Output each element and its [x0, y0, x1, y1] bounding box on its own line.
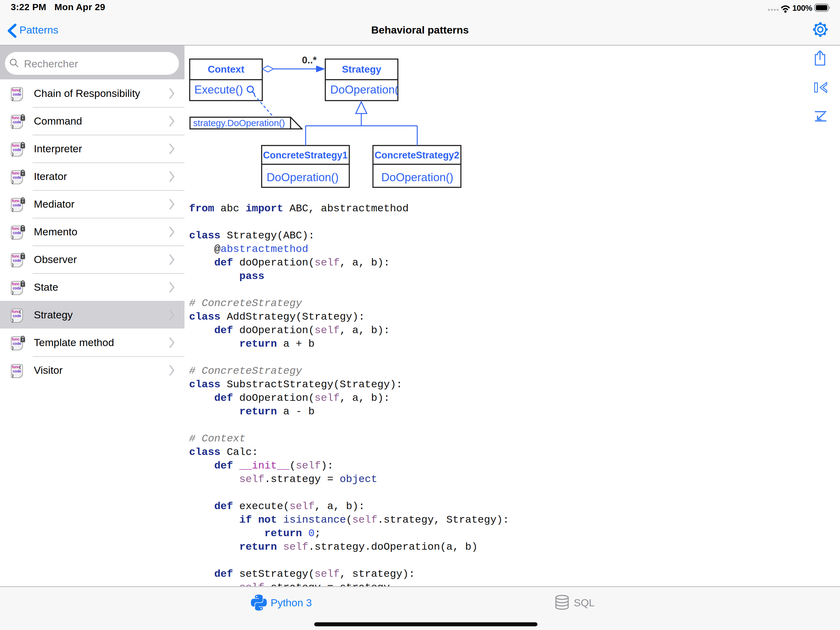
svg-text:}: } — [12, 179, 14, 184]
svg-text:}: } — [12, 318, 14, 322]
svg-text:DoOperation(: DoOperation( — [330, 83, 399, 96]
svg-text:func: func — [12, 226, 20, 231]
svg-text:DoOperation(): DoOperation() — [267, 171, 338, 184]
svg-text:}: } — [12, 96, 14, 101]
svg-text:func: func — [12, 143, 20, 148]
svg-text:}: } — [12, 290, 14, 295]
svg-text:ConcreteStrategy1: ConcreteStrategy1 — [263, 150, 348, 161]
svg-text:code: code — [13, 286, 21, 290]
svg-text:}: } — [12, 207, 14, 212]
svg-text:code: code — [13, 120, 21, 124]
svg-text:code: code — [13, 231, 21, 235]
svg-text:ConcreteStrategy2: ConcreteStrategy2 — [374, 150, 459, 161]
svg-text:}: } — [12, 373, 14, 378]
svg-text:0..*: 0..* — [302, 54, 317, 65]
svg-text:func: func — [12, 254, 20, 258]
svg-text:{: { — [19, 309, 21, 314]
svg-text:func: func — [12, 337, 20, 342]
svg-text:}: } — [12, 345, 14, 350]
svg-text:func: func — [12, 282, 20, 286]
svg-text:}: } — [12, 235, 14, 239]
svg-text:code: code — [13, 342, 21, 346]
svg-text:DoOperation(): DoOperation() — [381, 171, 453, 184]
svg-text:code: code — [13, 369, 21, 374]
svg-text:func: func — [12, 171, 20, 175]
svg-text:func: func — [12, 309, 20, 314]
svg-text:}: } — [12, 152, 14, 156]
svg-text:code: code — [13, 314, 21, 318]
svg-text:Context: Context — [208, 64, 244, 75]
svg-text:Strategy: Strategy — [342, 64, 381, 75]
svg-text:func: func — [12, 365, 20, 369]
svg-text:strategy.DoOperation(): strategy.DoOperation() — [193, 118, 285, 128]
svg-text:code: code — [13, 203, 21, 207]
svg-text:}: } — [12, 124, 14, 128]
svg-text:func: func — [12, 116, 20, 120]
svg-text:{: { — [19, 364, 21, 369]
svg-text:func: func — [12, 199, 20, 203]
svg-text:code: code — [13, 92, 21, 97]
svg-text:{: { — [19, 88, 21, 92]
svg-text:}: } — [12, 263, 14, 267]
svg-text:func: func — [12, 88, 20, 92]
svg-text:code: code — [13, 258, 21, 263]
svg-text:code: code — [13, 148, 21, 152]
svg-text:code: code — [13, 175, 21, 180]
svg-text:Execute(): Execute() — [194, 83, 243, 96]
